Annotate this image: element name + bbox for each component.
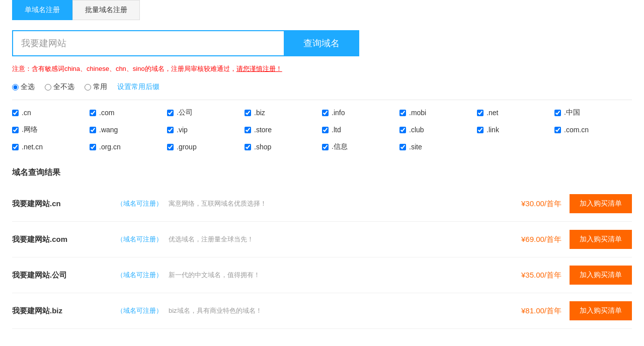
notice-bar: 注意：含有敏感词china、chinese、chn、sino的域名，注册局审核较… bbox=[12, 64, 632, 73]
result-row-com: 我要建网站.com （域名可注册） 优选域名，注册量全球当先！ ¥69.00/首… bbox=[12, 222, 632, 257]
result-row-company: 我要建网站.公司 （域名可注册） 新一代的中文域名，值得拥有！ ¥35.00/首… bbox=[12, 257, 632, 293]
add-btn-cn[interactable]: 加入购买清单 bbox=[570, 194, 632, 213]
ext-org-cn: .org.cn bbox=[90, 142, 167, 151]
set-common-link[interactable]: 设置常用后缀 bbox=[117, 82, 159, 92]
filter-row: 全选 全不选 常用 设置常用后缀 bbox=[12, 82, 632, 92]
checkbox-net-cn[interactable] bbox=[12, 144, 19, 150]
ext-group: .group bbox=[167, 142, 245, 151]
checkbox-china-cn[interactable] bbox=[554, 110, 561, 116]
checkbox-net[interactable] bbox=[477, 110, 484, 116]
ext-info-cn: .信息 bbox=[322, 142, 399, 151]
ext-network-cn-label: .网络 bbox=[22, 125, 38, 134]
ext-info-label: .info bbox=[332, 109, 345, 117]
radio-all-label: 全选 bbox=[21, 82, 35, 92]
checkbox-biz[interactable] bbox=[245, 110, 251, 116]
ext-mobi-label: .mobi bbox=[409, 109, 426, 117]
ext-com: .com bbox=[90, 108, 167, 117]
ext-cn-label: .cn bbox=[22, 109, 31, 117]
domain-status-company: （域名可注册） bbox=[117, 271, 163, 280]
ext-info-cn-label: .信息 bbox=[332, 142, 348, 151]
ext-club-label: .club bbox=[409, 126, 424, 134]
notice-link: 请您谨慎注册！ bbox=[236, 65, 282, 72]
search-button[interactable]: 查询域名 bbox=[284, 30, 359, 56]
add-btn-com[interactable]: 加入购买清单 bbox=[570, 230, 632, 249]
ext-shop: .shop bbox=[245, 142, 322, 151]
domain-status-biz: （域名可注册） bbox=[117, 306, 163, 315]
ext-network-cn: .网络 bbox=[12, 125, 90, 134]
search-bar: 查询域名 bbox=[12, 20, 632, 64]
ext-site-label: .site bbox=[409, 143, 422, 151]
checkbox-com[interactable] bbox=[90, 110, 96, 116]
domain-price-cn: ¥30.00/首年 bbox=[521, 199, 561, 209]
tab-bulk-domain[interactable]: 批量域名注册 bbox=[72, 0, 140, 20]
checkbox-org-cn[interactable] bbox=[90, 144, 96, 150]
domain-status-cn: （域名可注册） bbox=[117, 199, 163, 208]
ext-net-label: .net bbox=[487, 109, 498, 117]
checkbox-ltd[interactable] bbox=[322, 127, 329, 133]
checkbox-shop[interactable] bbox=[245, 144, 251, 150]
add-btn-company[interactable]: 加入购买清单 bbox=[570, 266, 632, 285]
domain-name-company: 我要建网站.公司 bbox=[12, 271, 113, 280]
ext-biz: .biz bbox=[245, 108, 322, 117]
radio-common-label: 常用 bbox=[93, 82, 107, 92]
result-row-cn: 我要建网站.cn （域名可注册） 寓意网络，互联网域名优质选择！ ¥30.00/… bbox=[12, 186, 632, 222]
ext-ltd: .ltd bbox=[322, 125, 399, 134]
ext-vip: .vip bbox=[167, 125, 245, 134]
checkbox-company-cn[interactable] bbox=[167, 110, 174, 116]
ext-china-cn: .中国 bbox=[554, 108, 632, 117]
radio-none[interactable]: 全不选 bbox=[45, 82, 74, 92]
add-btn-biz[interactable]: 加入购买清单 bbox=[570, 301, 632, 320]
checkbox-wang[interactable] bbox=[90, 127, 96, 133]
ext-site: .site bbox=[399, 142, 477, 151]
ext-link: .link bbox=[477, 125, 554, 134]
ext-info: .info bbox=[322, 108, 399, 117]
ext-company-cn: .公司 bbox=[167, 108, 245, 117]
domain-name-com: 我要建网站.com bbox=[12, 235, 113, 244]
domain-desc-biz: biz域名，具有商业特色的域名！ bbox=[169, 306, 521, 315]
checkbox-club[interactable] bbox=[399, 127, 406, 133]
ext-store: .store bbox=[245, 125, 322, 134]
ext-net-cn-label: .net.cn bbox=[22, 143, 43, 151]
checkbox-mobi[interactable] bbox=[399, 110, 406, 116]
checkbox-com-cn[interactable] bbox=[554, 127, 561, 133]
notice-text: 注意：含有敏感词china、chinese、chn、sino的域名，注册局审核较… bbox=[12, 65, 282, 72]
checkbox-info-cn[interactable] bbox=[322, 144, 329, 150]
checkbox-site[interactable] bbox=[399, 144, 406, 150]
ext-vip-label: .vip bbox=[177, 126, 188, 134]
ext-shop-label: .shop bbox=[254, 143, 271, 151]
checkbox-group[interactable] bbox=[167, 144, 174, 150]
ext-com-cn: .com.cn bbox=[554, 125, 632, 134]
tab-single-domain[interactable]: 单域名注册 bbox=[12, 0, 72, 20]
ext-com-label: .com bbox=[99, 109, 114, 117]
result-row-biz: 我要建网站.biz （域名可注册） biz域名，具有商业特色的域名！ ¥81.0… bbox=[12, 293, 632, 329]
ext-cn: .cn bbox=[12, 108, 90, 117]
radio-none-label: 全不选 bbox=[53, 82, 74, 92]
checkbox-link[interactable] bbox=[477, 127, 484, 133]
ext-net: .net bbox=[477, 108, 554, 117]
ext-mobi: .mobi bbox=[399, 108, 477, 117]
domain-name-biz: 我要建网站.biz bbox=[12, 306, 113, 316]
checkbox-info[interactable] bbox=[322, 110, 329, 116]
ext-com-cn-label: .com.cn bbox=[564, 126, 589, 134]
ext-wang: .wang bbox=[90, 125, 167, 134]
divider bbox=[12, 100, 632, 100]
ext-company-cn-label: .公司 bbox=[177, 108, 193, 117]
domain-price-biz: ¥81.00/首年 bbox=[521, 306, 561, 316]
checkbox-store[interactable] bbox=[245, 127, 251, 133]
ext-club: .club bbox=[399, 125, 477, 134]
ext-biz-label: .biz bbox=[254, 109, 265, 117]
radio-all[interactable]: 全选 bbox=[12, 82, 35, 92]
checkbox-vip[interactable] bbox=[167, 127, 174, 133]
ext-store-label: .store bbox=[254, 126, 272, 134]
ext-china-cn-label: .中国 bbox=[564, 108, 580, 117]
checkbox-network-cn[interactable] bbox=[12, 127, 19, 133]
checkbox-cn[interactable] bbox=[12, 110, 19, 116]
ext-ltd-label: .ltd bbox=[332, 126, 341, 134]
ext-net-cn: .net.cn bbox=[12, 142, 90, 151]
search-input[interactable] bbox=[12, 30, 284, 56]
ext-wang-label: .wang bbox=[99, 126, 118, 134]
domain-status-com: （域名可注册） bbox=[117, 235, 163, 244]
domain-desc-company: 新一代的中文域名，值得拥有！ bbox=[169, 271, 521, 280]
ext-group-label: .group bbox=[177, 143, 197, 151]
radio-common[interactable]: 常用 bbox=[85, 82, 107, 92]
